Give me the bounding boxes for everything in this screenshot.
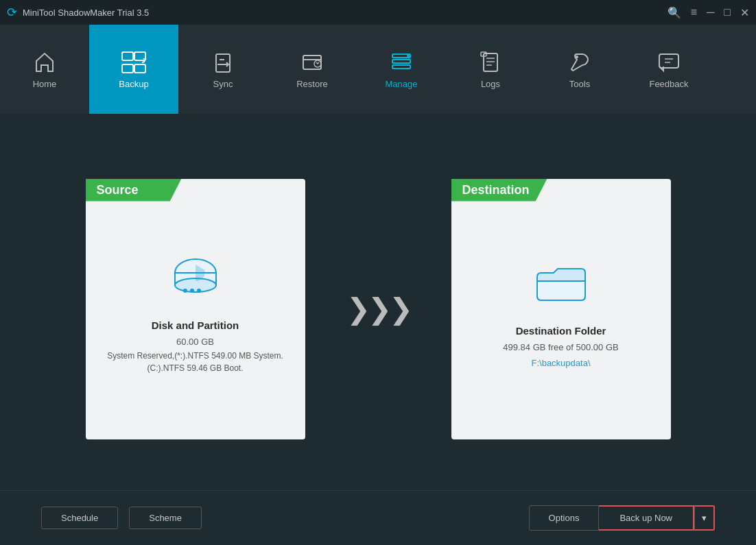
svg-rect-0: [122, 52, 133, 60]
nav-item-logs[interactable]: Logs: [446, 25, 535, 114]
destination-folder-icon: [530, 256, 592, 311]
nav-item-manage[interactable]: Manage: [357, 25, 446, 114]
maximize-icon[interactable]: □: [724, 6, 731, 19]
search-icon[interactable]: 🔍: [668, 6, 681, 19]
nav-label-home: Home: [33, 79, 57, 89]
source-disk-icon: [165, 251, 226, 306]
navbar: Home Backup Sync: [0, 25, 756, 114]
source-title: Disk and Partition: [152, 319, 239, 331]
restore-icon: [300, 50, 324, 75]
destination-path: F:\backupdata\: [532, 358, 591, 368]
main-content: Source Disk and Partition 60.00 GB Syste…: [0, 114, 756, 490]
scheme-button[interactable]: Scheme: [129, 507, 202, 529]
svg-point-18: [183, 289, 187, 293]
nav-item-backup[interactable]: Backup: [89, 25, 178, 114]
svg-rect-8: [392, 60, 410, 63]
titlebar-controls: 🔍 ≡ ─ □ ✕: [668, 6, 749, 19]
manage-icon: [389, 50, 414, 75]
source-detail: System Reserved,(*:).NTFS 549.00 MB Syst…: [99, 350, 292, 374]
source-card[interactable]: Source Disk and Partition 60.00 GB Syste…: [86, 179, 305, 439]
nav-item-sync[interactable]: Sync: [178, 25, 268, 114]
svg-rect-3: [134, 64, 145, 73]
options-button[interactable]: Options: [529, 505, 600, 531]
nav-item-restore[interactable]: Restore: [268, 25, 357, 114]
menu-icon[interactable]: ≡: [691, 6, 697, 19]
destination-header: Destination: [451, 179, 547, 202]
tools-icon: [567, 50, 592, 75]
home-icon: [32, 50, 57, 75]
svg-rect-14: [659, 54, 678, 68]
bottom-right-buttons: Options Back up Now ▾: [529, 505, 715, 531]
destination-card[interactable]: Destination Destination Folder 499.84 GB…: [451, 179, 671, 439]
svg-point-10: [407, 54, 410, 57]
bottombar: Schedule Scheme Options Back up Now ▾: [0, 490, 756, 545]
titlebar: ⟳ MiniTool ShadowMaker Trial 3.5 🔍 ≡ ─ □…: [0, 0, 756, 25]
bottom-left-buttons: Schedule Scheme: [41, 507, 202, 529]
svg-rect-2: [122, 64, 133, 73]
svg-rect-9: [392, 65, 410, 69]
nav-item-home[interactable]: Home: [0, 25, 89, 114]
arrow-area: ❯❯❯: [346, 292, 410, 326]
destination-title: Destination Folder: [516, 325, 606, 337]
nav-label-sync: Sync: [213, 79, 233, 89]
minimize-icon[interactable]: ─: [707, 6, 714, 19]
source-header: Source: [86, 179, 182, 202]
app-logo: ⟳: [7, 5, 17, 20]
nav-label-restore: Restore: [296, 79, 328, 89]
schedule-button[interactable]: Schedule: [41, 507, 118, 529]
destination-free: 499.84 GB free of 500.00 GB: [503, 342, 618, 352]
feedback-icon: [657, 50, 681, 75]
titlebar-left: ⟳ MiniTool ShadowMaker Trial 3.5: [7, 5, 149, 20]
svg-point-20: [197, 289, 201, 293]
sync-icon: [211, 50, 235, 75]
nav-item-tools[interactable]: Tools: [535, 25, 624, 114]
backup-dropdown-button[interactable]: ▾: [694, 505, 715, 531]
nav-label-manage: Manage: [386, 79, 418, 89]
source-size: 60.00 GB: [176, 337, 214, 347]
svg-point-13: [576, 56, 578, 58]
backup-icon: [120, 50, 147, 75]
svg-point-19: [190, 289, 194, 293]
nav-item-feedback[interactable]: Feedback: [624, 25, 713, 114]
forward-arrows-icon: ❯❯❯: [346, 292, 410, 326]
nav-label-logs: Logs: [481, 79, 500, 89]
close-icon[interactable]: ✕: [740, 6, 749, 19]
backup-now-button[interactable]: Back up Now: [599, 505, 694, 531]
app-title: MiniTool ShadowMaker Trial 3.5: [23, 8, 149, 18]
logs-icon: [478, 50, 503, 75]
nav-label-feedback: Feedback: [649, 79, 688, 89]
nav-label-backup: Backup: [119, 79, 148, 89]
nav-label-tools: Tools: [569, 79, 590, 89]
